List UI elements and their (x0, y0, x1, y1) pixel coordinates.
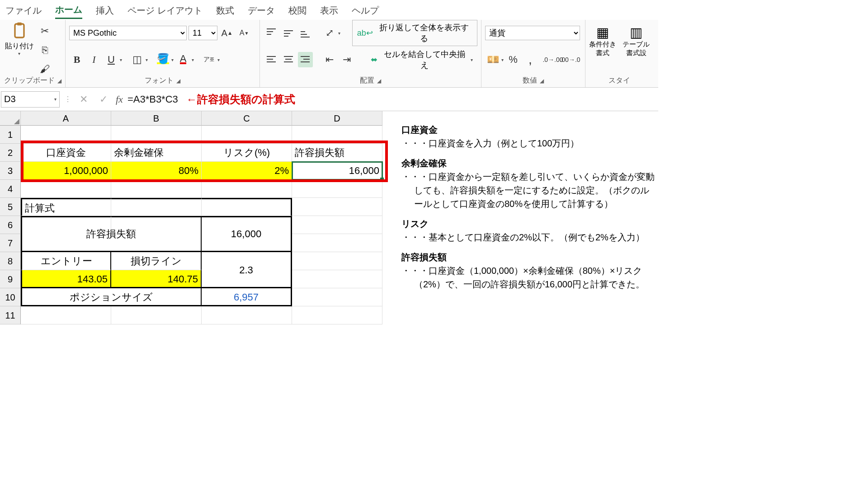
underline-button[interactable]: U (104, 52, 119, 67)
align-right-button[interactable] (298, 52, 313, 67)
cell[interactable]: 計算式 (21, 198, 111, 216)
cell[interactable]: 許容損失額 (292, 144, 382, 162)
cut-button[interactable]: ✂ (37, 23, 52, 39)
phonetic-button[interactable]: ア亜 (201, 52, 217, 67)
paste-button[interactable]: 貼り付け (5, 42, 34, 51)
dialog-launcher-icon[interactable]: ◢ (540, 78, 544, 84)
cell[interactable] (111, 198, 202, 216)
cell[interactable] (202, 198, 292, 216)
cell[interactable] (111, 126, 202, 144)
align-center-button[interactable] (281, 52, 296, 67)
col-header-C[interactable]: C (202, 111, 292, 126)
tab-data[interactable]: データ (248, 5, 275, 19)
col-header-D[interactable]: D (292, 111, 382, 126)
row-header[interactable]: 4 (0, 180, 21, 198)
row-header[interactable]: 7 (0, 234, 21, 252)
font-size-select[interactable]: 11 (189, 26, 217, 40)
comma-button[interactable]: , (523, 52, 538, 67)
format-painter-button[interactable]: 🖌 (37, 61, 52, 77)
cell[interactable] (202, 306, 292, 324)
col-header-A[interactable]: A (21, 111, 111, 126)
row-header[interactable]: 5 (0, 198, 21, 216)
tab-help[interactable]: ヘルプ (352, 5, 379, 19)
name-box[interactable]: D3 ▾ (1, 91, 60, 108)
decrease-decimal-button[interactable]: .00→.0 (562, 52, 578, 67)
cell[interactable] (21, 126, 111, 144)
cell[interactable] (111, 306, 202, 324)
font-name-select[interactable]: MS PGothic (69, 26, 187, 40)
align-top-button[interactable] (264, 25, 279, 41)
bold-button[interactable]: B (69, 52, 85, 67)
increase-indent-button[interactable]: ⇥ (339, 52, 354, 67)
cell[interactable] (292, 306, 382, 324)
chevron-down-icon[interactable]: ▾ (171, 57, 174, 62)
chevron-down-icon[interactable]: ▾ (501, 57, 504, 62)
cell[interactable]: 140.75 (111, 270, 202, 288)
borders-button[interactable]: ◫ (129, 52, 145, 67)
cell[interactable]: 143.05 (21, 270, 111, 288)
decrease-font-button[interactable]: A▼ (236, 25, 252, 41)
cell[interactable]: 2.3 (202, 270, 292, 288)
cell[interactable]: エントリー (21, 252, 111, 270)
align-middle-button[interactable] (281, 25, 296, 41)
cancel-formula-button[interactable]: ✕ (76, 92, 91, 107)
select-all-corner[interactable] (0, 111, 21, 126)
merge-center-button[interactable]: ⬌ セルを結合して中央揃え ▾ (366, 47, 477, 72)
row-header[interactable]: 10 (0, 288, 21, 306)
copy-button[interactable]: ⎘ (37, 42, 52, 58)
tab-view[interactable]: 表示 (320, 5, 338, 19)
chevron-down-icon[interactable]: ▾ (54, 97, 57, 102)
cell[interactable]: 許容損失額 (21, 234, 111, 252)
cell[interactable]: 2% (202, 162, 292, 180)
row-header[interactable]: 6 (0, 216, 21, 234)
wrap-text-button[interactable]: ab↩ 折り返して全体を表示する (352, 20, 477, 46)
cell[interactable]: ポジションサイズ (21, 288, 111, 306)
row-header[interactable]: 9 (0, 270, 21, 288)
chevron-down-icon[interactable]: ▾ (18, 51, 20, 56)
chevron-down-icon[interactable]: ▾ (146, 57, 148, 62)
col-header-B[interactable]: B (111, 111, 202, 126)
align-left-button[interactable] (264, 52, 279, 67)
cell[interactable]: 余剰金確保 (111, 144, 202, 162)
cell[interactable]: 口座資金 (21, 144, 111, 162)
tab-page-layout[interactable]: ページ レイアウト (127, 5, 203, 19)
row-header[interactable]: 2 (0, 144, 21, 162)
cell[interactable] (292, 288, 382, 306)
cell[interactable] (292, 198, 382, 216)
fx-icon[interactable]: fx (116, 94, 123, 105)
cell-selected[interactable]: 16,000 (292, 162, 382, 180)
cell[interactable] (202, 180, 292, 198)
align-bottom-button[interactable] (298, 25, 313, 41)
cell[interactable] (292, 252, 382, 270)
dialog-launcher-icon[interactable]: ◢ (377, 78, 381, 84)
cell[interactable] (292, 216, 382, 234)
font-color-button[interactable]: A (175, 52, 191, 67)
row-header[interactable]: 11 (0, 306, 21, 324)
row-header[interactable]: 1 (0, 126, 21, 144)
cell[interactable] (292, 234, 382, 252)
dialog-launcher-icon[interactable]: ◢ (57, 78, 61, 84)
chevron-down-icon[interactable]: ▾ (338, 31, 340, 36)
cell[interactable] (292, 180, 382, 198)
enter-formula-button[interactable]: ✓ (96, 92, 111, 107)
chevron-down-icon[interactable]: ▾ (217, 57, 220, 62)
cell[interactable]: 1,000,000 (21, 162, 111, 180)
row-header[interactable]: 3 (0, 162, 21, 180)
cell[interactable] (21, 306, 111, 324)
cell[interactable] (202, 126, 292, 144)
percent-button[interactable]: % (505, 52, 521, 67)
row-header[interactable]: 8 (0, 252, 21, 270)
accounting-format-button[interactable]: 💴 (485, 52, 500, 67)
cell[interactable] (111, 288, 202, 306)
decrease-indent-button[interactable]: ⇤ (322, 52, 337, 67)
italic-button[interactable]: I (86, 52, 102, 67)
increase-font-button[interactable]: A▲ (219, 25, 235, 41)
cell[interactable] (292, 126, 382, 144)
cell[interactable]: 損切ライン (111, 252, 202, 270)
orientation-button[interactable]: ⤢ (322, 25, 337, 41)
tab-file[interactable]: ファイル (5, 5, 42, 19)
fill-color-button[interactable]: 🪣 (155, 52, 170, 67)
number-format-select[interactable]: 通貨 (485, 26, 580, 40)
cell[interactable] (21, 180, 111, 198)
tab-formulas[interactable]: 数式 (216, 5, 234, 19)
